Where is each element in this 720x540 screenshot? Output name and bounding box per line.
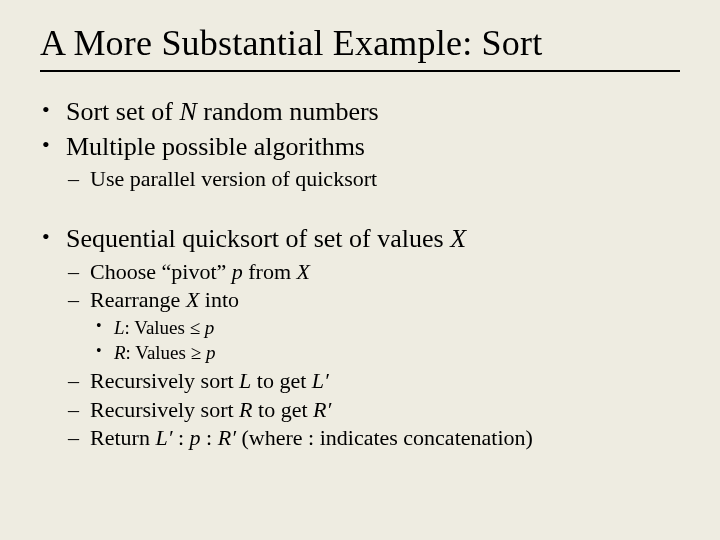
bullet-list: Sort set of N random numbers Multiple po…: [40, 96, 680, 163]
var-p: p: [205, 317, 215, 338]
text: to get: [253, 397, 314, 422]
sub-parallel-quicksort: Use parallel version of quicksort: [40, 165, 680, 193]
sub-recurse-r: Recursively sort R to get R′: [40, 396, 680, 424]
var-x: X: [186, 287, 199, 312]
sub-sub-list: L: Values ≤ p R: Values ≥ p: [40, 316, 680, 365]
sub-sub-l: L: Values ≤ p: [40, 316, 680, 341]
var-n: N: [179, 97, 196, 126]
var-p: p: [190, 425, 201, 450]
var-x: X: [297, 259, 310, 284]
sub-choose-pivot: Choose “pivot” p from X: [40, 258, 680, 286]
var-r: R: [114, 342, 126, 363]
bullet-sequential: Sequential quicksort of set of values X: [40, 223, 680, 256]
sub-list: Use parallel version of quicksort: [40, 165, 680, 193]
text: Choose “pivot”: [90, 259, 232, 284]
var-lprime: L′: [312, 368, 329, 393]
var-x: X: [450, 224, 466, 253]
var-l: L: [114, 317, 125, 338]
text: Sequential quicksort of set of values: [66, 224, 450, 253]
sub-sub-r: R: Values ≥ p: [40, 341, 680, 366]
var-l: L: [239, 368, 251, 393]
sub-list: Choose “pivot” p from X Rearrange X into: [40, 258, 680, 314]
slide-title: A More Substantial Example: Sort: [40, 22, 680, 72]
sub-rearrange: Rearrange X into: [40, 286, 680, 314]
text: : Values ≥: [126, 342, 206, 363]
text: Recursively sort: [90, 368, 239, 393]
text: Return: [90, 425, 155, 450]
sub-recurse-l: Recursively sort L to get L′: [40, 367, 680, 395]
text: from: [243, 259, 297, 284]
text: : Values ≤: [125, 317, 205, 338]
text: into: [199, 287, 239, 312]
var-rprime: R′: [313, 397, 331, 422]
var-p: p: [206, 342, 216, 363]
slide: A More Substantial Example: Sort Sort se…: [0, 0, 720, 540]
bullet-algorithms: Multiple possible algorithms: [40, 131, 680, 164]
bullet-list: Sequential quicksort of set of values X: [40, 223, 680, 256]
text: Sort set of: [66, 97, 179, 126]
sub-list: Recursively sort L to get L′ Recursively…: [40, 367, 680, 451]
var-rprime: R′: [218, 425, 236, 450]
text: to get: [251, 368, 312, 393]
text: random numbers: [197, 97, 379, 126]
text: (where : indicates concatenation): [236, 425, 533, 450]
text: Recursively sort: [90, 397, 239, 422]
text: :: [201, 425, 218, 450]
var-r: R: [239, 397, 252, 422]
var-p: p: [232, 259, 243, 284]
var-lprime: L′: [155, 425, 172, 450]
text: :: [172, 425, 189, 450]
text: Rearrange: [90, 287, 186, 312]
sub-return: Return L′ : p : R′ (where : indicates co…: [40, 424, 680, 452]
bullet-sort-n: Sort set of N random numbers: [40, 96, 680, 129]
